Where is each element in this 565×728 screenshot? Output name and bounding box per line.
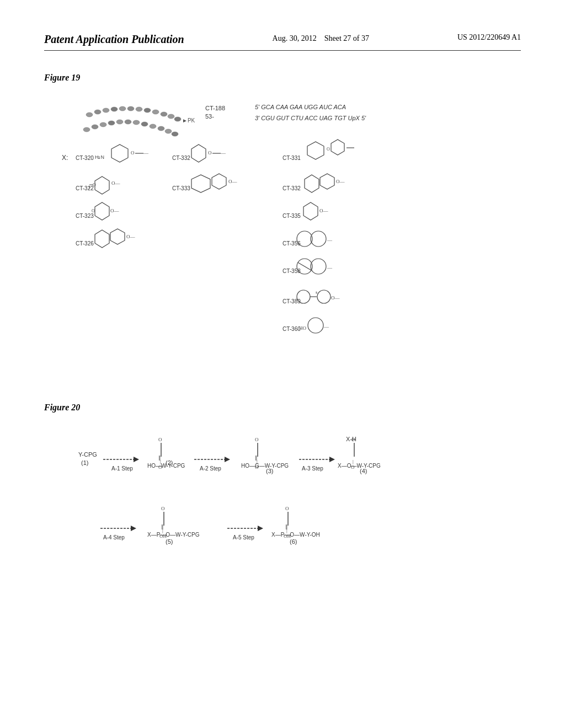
svg-point-2 xyxy=(103,108,109,113)
svg-text:—: — xyxy=(220,150,226,156)
figure20-svg: Y-CPG (1) A-1 Step O ‖ HO—W-Y-CPG | O (2… xyxy=(44,424,521,589)
svg-marker-57 xyxy=(305,175,319,192)
svg-text:CT-331: CT-331 xyxy=(282,155,301,161)
svg-point-72 xyxy=(297,231,312,247)
sheet-info: Sheet 27 of 37 xyxy=(324,34,369,42)
patent-number: US 2012/220649 A1 xyxy=(457,33,521,42)
page-header: Patent Application Publication Aug. 30, … xyxy=(44,33,521,51)
svg-text:O: O xyxy=(93,183,96,188)
svg-text:H₂N: H₂N xyxy=(95,154,104,160)
svg-text:(1): (1) xyxy=(81,459,88,466)
svg-text:CT-320: CT-320 xyxy=(76,155,94,161)
svg-text:O—: O— xyxy=(319,208,328,213)
svg-text:CT-389: CT-389 xyxy=(282,298,301,304)
svg-marker-65 xyxy=(303,202,318,220)
svg-point-13 xyxy=(92,125,98,129)
svg-text:O: O xyxy=(131,150,135,156)
svg-text:O—: O— xyxy=(111,180,120,186)
svg-text:O—: O— xyxy=(228,179,237,184)
svg-point-8 xyxy=(152,110,159,114)
svg-text:A-1 Step: A-1 Step xyxy=(111,465,133,472)
svg-point-1 xyxy=(94,110,101,114)
svg-marker-58 xyxy=(320,174,334,189)
svg-text:CT-360: CT-360 xyxy=(282,326,301,332)
svg-marker-61 xyxy=(95,202,109,220)
svg-point-0 xyxy=(86,113,93,117)
svg-point-16 xyxy=(116,120,123,124)
svg-text:53-: 53- xyxy=(205,113,214,120)
svg-point-9 xyxy=(161,112,167,116)
svg-point-5 xyxy=(127,106,134,111)
svg-point-81 xyxy=(297,290,310,303)
page-container: Patent Application Publication Aug. 30, … xyxy=(0,0,565,728)
svg-text:O: O xyxy=(327,147,330,152)
svg-point-23 xyxy=(172,132,178,136)
svg-text:₂: ₂ xyxy=(316,290,317,295)
svg-marker-93 xyxy=(134,457,139,462)
svg-text:X—P—O—W-Y-OH: X—P—O—W-Y-OH xyxy=(271,532,320,538)
svg-text:O: O xyxy=(158,464,162,470)
svg-marker-68 xyxy=(95,230,109,248)
figure19-svg: ►PK CT-188 53- 5' GCA CAA GAA UGG AUC AC… xyxy=(44,94,521,381)
svg-text:|: | xyxy=(353,459,354,464)
figure19-section: Figure 19 xyxy=(44,73,521,381)
svg-point-3 xyxy=(111,107,118,111)
svg-point-17 xyxy=(125,120,131,124)
svg-point-10 xyxy=(168,114,174,119)
publication-date: Aug. 30, 2012 xyxy=(273,34,317,42)
svg-text:X—P—O—W-Y-CPG: X—P—O—W-Y-CPG xyxy=(147,532,200,538)
svg-text:O—: O— xyxy=(336,179,345,184)
svg-marker-113 xyxy=(329,457,335,462)
svg-text:CT-332: CT-332 xyxy=(172,155,190,161)
svg-point-6 xyxy=(136,107,142,111)
svg-marker-42 xyxy=(307,142,324,159)
svg-text:O—: O— xyxy=(331,295,340,301)
figure19-content: ►PK CT-188 53- 5' GCA CAA GAA UGG AUC AC… xyxy=(44,94,521,381)
svg-text:—: — xyxy=(327,265,333,270)
svg-text:O: O xyxy=(255,437,259,442)
svg-marker-54 xyxy=(212,174,226,189)
svg-text:O: O xyxy=(285,506,289,511)
svg-marker-47 xyxy=(95,176,109,194)
svg-marker-133 xyxy=(258,526,263,531)
svg-text:O: O xyxy=(158,437,162,442)
svg-point-4 xyxy=(119,106,126,111)
svg-text:O: O xyxy=(255,464,259,470)
svg-text:A-2 Step: A-2 Step xyxy=(200,465,221,472)
svg-point-12 xyxy=(83,127,90,132)
svg-text:CT-333: CT-333 xyxy=(172,185,190,191)
header-center: Aug. 30, 2012 Sheet 27 of 37 xyxy=(273,33,369,44)
svg-point-21 xyxy=(158,126,164,131)
svg-point-73 xyxy=(311,231,326,247)
svg-text:—: — xyxy=(143,150,149,156)
svg-text:CT-323: CT-323 xyxy=(76,213,94,219)
svg-text:CT-326: CT-326 xyxy=(76,240,94,247)
svg-text:Y-CPG: Y-CPG xyxy=(78,451,97,458)
svg-text:O: O xyxy=(92,208,95,213)
svg-text:5' GCA CAA GAA UGG AUC ACA: 5' GCA CAA GAA UGG AUC ACA xyxy=(255,104,346,110)
svg-marker-44 xyxy=(331,140,344,155)
svg-text:—: — xyxy=(327,237,333,243)
svg-marker-37 xyxy=(191,144,206,162)
svg-text:O—: O— xyxy=(126,234,135,239)
svg-text:O—: O— xyxy=(110,208,119,213)
svg-point-11 xyxy=(174,117,181,121)
svg-text:O: O xyxy=(208,150,212,156)
svg-marker-103 xyxy=(225,457,230,462)
svg-text:(5): (5) xyxy=(166,538,173,545)
svg-marker-69 xyxy=(110,229,125,244)
svg-text:A-3 Step: A-3 Step xyxy=(302,465,323,472)
svg-text:CT-332: CT-332 xyxy=(282,185,301,191)
duplex-structure: ►PK CT-188 53- 5' GCA CAA GAA UGG AUC AC… xyxy=(83,104,366,136)
svg-marker-123 xyxy=(131,526,136,531)
svg-text:(3): (3) xyxy=(266,468,273,474)
svg-text:CT-322: CT-322 xyxy=(76,185,94,191)
svg-point-19 xyxy=(141,122,148,126)
figure20-label: Figure 20 xyxy=(44,403,521,413)
svg-text:|: | xyxy=(160,459,161,464)
publication-title: Patent Application Publication xyxy=(44,33,184,46)
svg-text:|: | xyxy=(257,459,258,464)
svg-point-20 xyxy=(150,124,156,129)
svg-point-78 xyxy=(311,259,326,274)
svg-marker-53 xyxy=(191,175,210,192)
